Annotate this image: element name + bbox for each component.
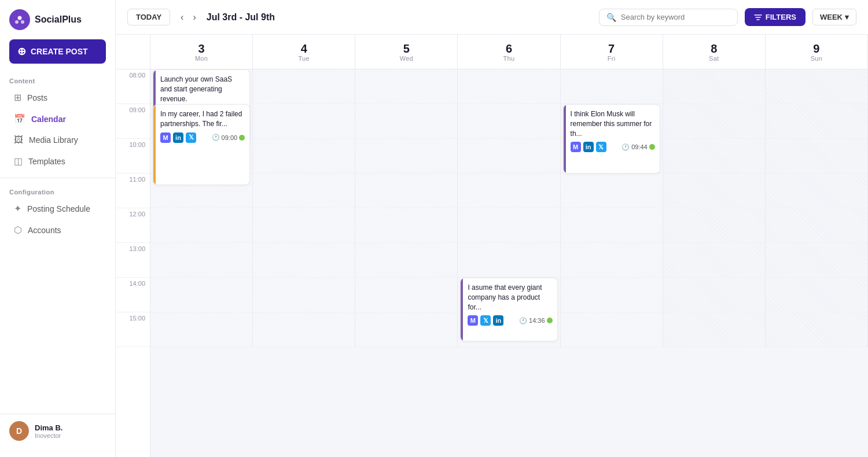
chevron-down-icon: ▾	[845, 13, 849, 21]
calendar-cell	[663, 278, 765, 312]
logo-icon	[9, 9, 30, 30]
calendar-cell	[663, 139, 765, 174]
event-text: I think Elon Musk will remember this sum…	[568, 109, 655, 138]
time-slot: 14:00	[116, 278, 150, 312]
calendar-cell	[561, 69, 663, 104]
week-view-button[interactable]: WEEK ▾	[812, 9, 856, 25]
calendar-cell	[458, 139, 560, 174]
calendar-cell	[253, 208, 355, 243]
calendar-cell	[458, 208, 560, 243]
calendar-grid: 3 Mon 4 Tue 5 Wed 6 Thu 7 Fri 8 Sat 9 Su…	[150, 35, 868, 457]
calendar-body: Launch your own SaaS and start generatin…	[150, 69, 868, 457]
calendar-cell	[355, 139, 457, 174]
filters-button[interactable]: FILTERS	[745, 8, 806, 26]
day-number: 8	[711, 42, 717, 55]
sidebar-item-posts[interactable]: ⊞ Posts	[5, 87, 111, 108]
calendar-cell	[253, 69, 355, 104]
config-section-label: Configuration	[0, 184, 115, 198]
next-week-button[interactable]: ›	[189, 10, 199, 25]
calendar-day-header: 3 Mon	[150, 35, 253, 69]
event-text: In my career, I had 2 failed partnership…	[158, 109, 245, 129]
event-card[interactable]: I asume that every giant company has a p…	[460, 278, 557, 341]
sidebar-posts-label: Posts	[27, 93, 47, 102]
calendar-column	[663, 69, 766, 347]
calendar-cell	[355, 174, 457, 208]
image-icon: 🖼	[14, 135, 23, 145]
twitter-icon: 𝕏	[596, 142, 606, 152]
event-border	[461, 278, 463, 341]
event-time: 🕐09:44	[621, 143, 655, 151]
calendar-cell	[355, 243, 457, 278]
event-socials: M𝕏in	[468, 315, 503, 326]
calendar-icon: 📅	[14, 113, 25, 124]
event-time-label: 14:36	[529, 317, 545, 324]
calendar-cell	[355, 69, 457, 104]
avatar: D	[9, 421, 29, 441]
calendar-cell	[561, 243, 663, 278]
day-number: 7	[608, 42, 615, 55]
calendar-cell	[561, 174, 663, 208]
date-range: Jul 3rd - Jul 9th	[207, 12, 592, 23]
calendar-column: I think Elon Musk will remember this sum…	[561, 69, 663, 347]
day-number: 5	[403, 42, 410, 55]
calendar-cell	[150, 312, 252, 347]
calendar-column: Launch your own SaaS and start generatin…	[150, 69, 253, 347]
today-button[interactable]: TODAY	[127, 9, 170, 25]
sidebar-item-media-library[interactable]: 🖼 Media Library	[5, 130, 111, 150]
calendar-cell	[766, 69, 867, 104]
sidebar-item-accounts[interactable]: ⬡ Accounts	[5, 219, 111, 241]
time-slot: 09:00	[116, 104, 150, 139]
time-slot: 11:00	[116, 174, 150, 208]
calendar-cell	[766, 243, 867, 278]
calendar-cell	[458, 69, 560, 104]
calendar-cell	[766, 278, 867, 312]
day-number: 9	[813, 42, 819, 55]
day-name: Sat	[709, 55, 719, 62]
sidebar-item-posting-schedule[interactable]: ✦ Posting Schedule	[5, 198, 111, 219]
box-icon: ⬡	[14, 224, 22, 235]
linkedin-icon: in	[493, 315, 503, 326]
filters-label: FILTERS	[766, 13, 796, 21]
event-border	[564, 105, 566, 173]
main-content: TODAY ‹ › Jul 3rd - Jul 9th 🔍 FILTERS WE…	[116, 0, 868, 457]
calendar-cell	[561, 208, 663, 243]
day-name: Mon	[195, 55, 208, 62]
calendar-cell	[253, 104, 355, 139]
time-slots: 08:0009:0010:0011:0012:0013:0014:0015:00	[116, 69, 150, 457]
calendar-rows: Launch your own SaaS and start generatin…	[150, 69, 868, 347]
event-card[interactable]: In my career, I had 2 failed partnership…	[153, 104, 250, 185]
grid-icon: ⊞	[14, 92, 21, 103]
user-org: Inovector	[35, 432, 62, 439]
calendar-cell	[355, 278, 457, 312]
sidebar-item-calendar[interactable]: 📅 Calendar	[5, 108, 111, 130]
sidebar-calendar-label: Calendar	[31, 115, 66, 124]
calendar-cell	[663, 104, 765, 139]
calendar-cell	[150, 278, 252, 312]
content-section-label: Content	[0, 73, 115, 87]
sidebar-item-templates[interactable]: ◫ Templates	[5, 150, 111, 172]
create-post-button[interactable]: ⊕ CREATE POST	[9, 39, 106, 64]
search-input[interactable]	[621, 13, 730, 21]
calendar-cell	[663, 243, 765, 278]
calendar-cell	[766, 208, 867, 243]
day-name: Wed	[400, 55, 413, 62]
linkedin-icon: in	[173, 132, 183, 143]
sidebar-accounts-label: Accounts	[28, 226, 61, 235]
calendar-column	[766, 69, 868, 347]
status-dot	[239, 135, 245, 141]
status-dot	[649, 144, 655, 150]
day-name: Tue	[298, 55, 310, 62]
event-card[interactable]: I think Elon Musk will remember this sum…	[563, 104, 660, 174]
calendar-day-header: 8 Sat	[663, 35, 766, 69]
calendar-cell	[766, 104, 867, 139]
svg-point-2	[21, 20, 24, 24]
calendar-cell	[458, 174, 560, 208]
nav-arrows: ‹ ›	[177, 10, 200, 25]
brand-name: SocialPlus	[35, 14, 82, 25]
twitter-icon: 𝕏	[186, 132, 196, 143]
user-info: Dima B. Inovector	[35, 423, 62, 439]
calendar-cell	[663, 174, 765, 208]
calendar-day-headers: 3 Mon 4 Tue 5 Wed 6 Thu 7 Fri 8 Sat 9 Su…	[150, 35, 868, 69]
calendar-cell	[458, 104, 560, 139]
prev-week-button[interactable]: ‹	[177, 10, 187, 25]
